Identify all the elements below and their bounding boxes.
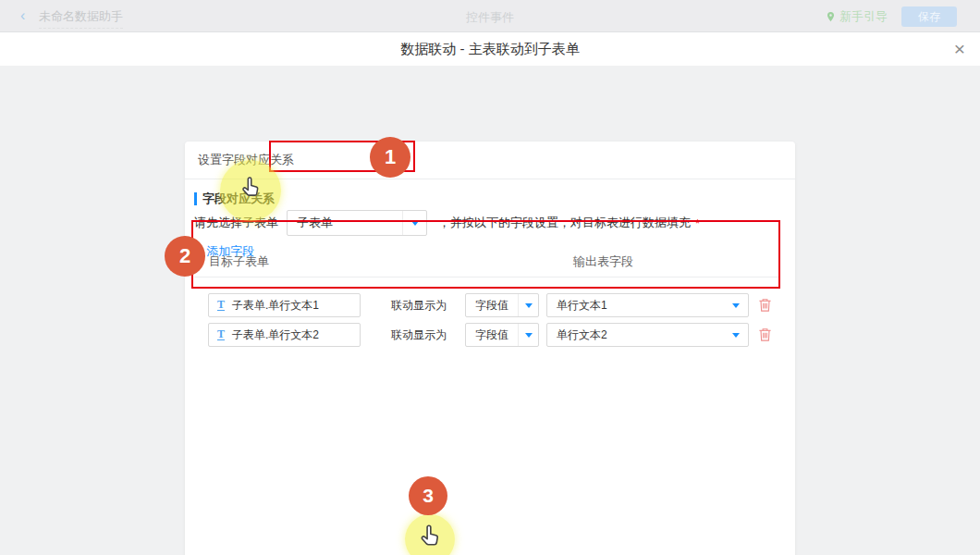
output-select-value: 单行文本2 <box>557 324 607 346</box>
mode-select-value: 字段值 <box>475 294 508 316</box>
text-field-icon: T <box>217 300 225 311</box>
subform-prompt-label: 请先选择子表单 <box>194 215 278 231</box>
subform-select[interactable]: 子表单 <box>287 210 427 236</box>
guide-label: 新手引导 <box>839 8 888 25</box>
target-field-box[interactable]: T 子表单.单行文本1 <box>208 293 361 317</box>
link-display-label: 联动显示为 <box>391 293 447 317</box>
modal-title: 数据联动 - 主表联动到子表单 <box>0 41 980 58</box>
dropdown-arrow-zone[interactable] <box>518 294 538 316</box>
column-header-output: 输出表字段 <box>573 253 633 270</box>
delete-row-button[interactable] <box>758 327 772 342</box>
mode-select[interactable]: 字段值 <box>465 323 539 347</box>
screen: ‹ 未命名数据助手 控件事件 新手引导 保存 数据联动 - 主表联动到子表单 ×… <box>0 0 980 555</box>
subform-prompt-suffix: ，并按以下的字段设置，对目标表进行数据填充 <box>438 215 691 231</box>
text-field-icon: T <box>217 329 225 340</box>
section-title-row: 字段对应关系 <box>194 191 275 207</box>
required-asterisk: * <box>695 216 700 230</box>
target-field-box[interactable]: T 子表单.单行文本2 <box>208 323 361 347</box>
subform-select-row: 请先选择子表单 子表单 ，并按以下的字段设置，对目标表进行数据填充 * <box>194 210 700 236</box>
chevron-down-icon <box>525 303 533 308</box>
trash-icon <box>758 327 772 342</box>
chevron-down-icon <box>732 333 740 338</box>
location-pin-icon <box>825 11 837 23</box>
mapping-row: T 子表单.单行文本2 联动显示为 字段值 单行文本2 <box>185 323 795 347</box>
section-title: 字段对应关系 <box>202 191 275 207</box>
output-select-value: 单行文本1 <box>557 294 607 316</box>
modal-header: 数据联动 - 主表联动到子表单 × <box>0 32 980 66</box>
mode-select-value: 字段值 <box>475 324 508 346</box>
target-field-value: 子表单.单行文本1 <box>232 298 319 314</box>
delete-row-button[interactable] <box>758 298 772 313</box>
card-header: 设置字段对应关系 <box>198 142 294 179</box>
output-field-select[interactable]: 单行文本2 <box>546 323 749 347</box>
header-divider <box>185 179 795 179</box>
beginner-guide-link[interactable]: 新手引导 <box>825 8 888 25</box>
mapping-row: T 子表单.单行文本1 联动显示为 字段值 单行文本1 <box>185 293 795 317</box>
target-field-value: 子表单.单行文本2 <box>232 327 319 343</box>
section-accent-bar <box>194 192 197 205</box>
columns-divider <box>194 277 780 278</box>
dropdown-arrow-zone[interactable] <box>732 324 740 346</box>
save-button[interactable]: 保存 <box>901 6 957 27</box>
chevron-down-icon <box>411 221 419 226</box>
top-app-bar: ‹ 未命名数据助手 控件事件 新手引导 保存 <box>0 0 980 32</box>
dropdown-arrow-zone[interactable] <box>518 324 538 346</box>
settings-card: 设置字段对应关系 字段对应关系 请先选择子表单 子表单 ，并按以下的字段设置，对… <box>185 142 795 555</box>
modal-body: 设置字段对应关系 字段对应关系 请先选择子表单 子表单 ，并按以下的字段设置，对… <box>0 66 980 555</box>
chevron-down-icon <box>732 303 740 308</box>
mode-select[interactable]: 字段值 <box>465 293 539 317</box>
link-display-label: 联动显示为 <box>391 323 447 347</box>
dropdown-arrow-zone[interactable] <box>732 294 740 316</box>
trash-icon <box>758 298 772 313</box>
close-icon[interactable]: × <box>954 38 965 60</box>
subform-select-value: 子表单 <box>297 211 333 235</box>
output-field-select[interactable]: 单行文本1 <box>546 293 749 317</box>
chevron-down-icon <box>525 333 533 338</box>
column-header-target: 目标子表单 <box>209 253 269 270</box>
dropdown-arrow-zone[interactable] <box>402 211 426 235</box>
